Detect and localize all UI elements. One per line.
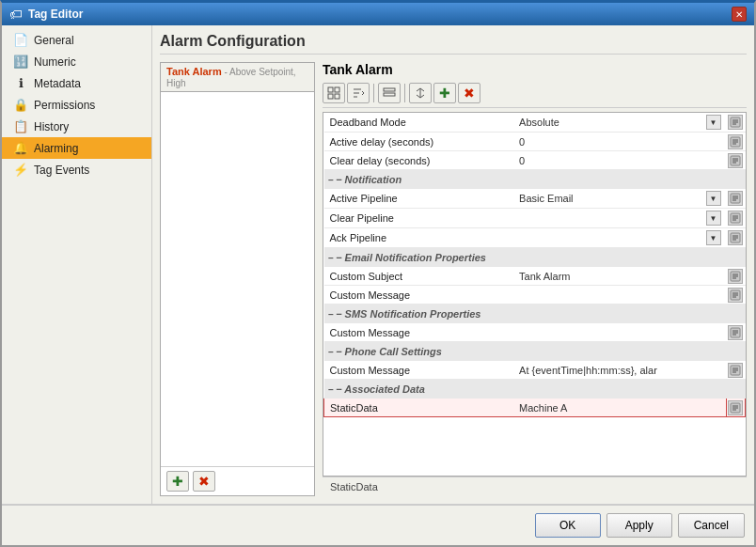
script-btn-cell <box>727 133 746 151</box>
window-icon: 🏷 <box>9 7 23 22</box>
alarm-list-header: Tank Alarm - Above Setpoint, High <box>161 63 314 92</box>
table-row[interactable]: Clear delay (seconds)0 <box>324 151 746 170</box>
toolbar: ✚ ✖ <box>323 83 747 108</box>
script-button[interactable] <box>728 325 743 340</box>
alarm-list-body <box>161 92 314 466</box>
table-row[interactable]: Active PipelineBasic Email▼ <box>324 189 746 209</box>
prop-value-cell: At {eventTime|hh:mm:ss}, alar <box>513 361 726 380</box>
remove-property-button[interactable]: ✖ <box>458 83 480 103</box>
card-view-button[interactable] <box>378 83 401 103</box>
section-row: − Email Notification Properties <box>324 248 746 267</box>
prop-value-cell: 0 <box>513 151 726 170</box>
add-property-button[interactable]: ✚ <box>433 83 456 103</box>
table-row[interactable]: StaticDataMachine A <box>324 399 746 417</box>
sidebar-item-history[interactable]: 📋 History <box>2 116 151 137</box>
inner-content: Tank Alarm - Above Setpoint, High ✚ ✖ Ta… <box>160 62 747 496</box>
sidebar-item-metadata[interactable]: ℹ Metadata <box>2 72 151 94</box>
prop-name-cell: Deadband Mode <box>324 113 514 133</box>
script-btn-cell <box>727 399 746 417</box>
script-button[interactable] <box>728 153 743 168</box>
script-button[interactable] <box>728 191 743 206</box>
prop-value-cell: Basic Email▼ <box>513 189 726 209</box>
toolbar-sep-1 <box>373 84 374 102</box>
table-row[interactable]: Custom Message <box>324 286 746 305</box>
property-table[interactable]: Deadband ModeAbsolute▼Active delay (seco… <box>323 112 747 477</box>
window-title: Tag Editor <box>28 8 83 21</box>
script-button[interactable] <box>728 211 743 226</box>
table-row[interactable]: Ack Pipeline▼ <box>324 228 746 248</box>
config-panel: Tank Alarm <box>323 62 747 496</box>
section-row: − Phone Call Settings <box>324 342 746 361</box>
section-row: − SMS Notification Properties <box>324 305 746 323</box>
cancel-button[interactable]: Cancel <box>678 513 745 538</box>
sidebar: 📄 General 🔢 Numeric ℹ Metadata 🔒 Permiss… <box>2 25 152 504</box>
add-alarm-button[interactable]: ✚ <box>166 471 189 492</box>
prop-name-cell: Ack Pipeline <box>324 228 514 248</box>
script-button[interactable] <box>728 363 743 378</box>
script-btn-cell <box>727 323 746 342</box>
alarming-icon: 🔔 <box>13 141 28 155</box>
move-button[interactable] <box>409 83 432 103</box>
script-btn-cell <box>727 189 746 209</box>
sidebar-item-alarming[interactable]: 🔔 Alarming <box>2 137 151 159</box>
table-row[interactable]: Custom MessageAt {eventTime|hh:mm:ss}, a… <box>324 361 746 380</box>
apply-button[interactable]: Apply <box>606 513 672 538</box>
main-window: 🏷 Tag Editor ✕ 📄 General 🔢 Numeric ℹ Met… <box>0 0 756 547</box>
script-button[interactable] <box>728 269 743 284</box>
cell-with-dropdown: ▼ <box>519 211 720 226</box>
script-button[interactable] <box>728 134 743 149</box>
script-btn-cell <box>727 151 746 170</box>
prop-value-text: Basic Email <box>519 193 573 204</box>
sort-button[interactable] <box>347 83 370 103</box>
svg-rect-0 <box>328 87 333 92</box>
close-button[interactable]: ✕ <box>732 7 747 22</box>
dropdown-button[interactable]: ▼ <box>706 191 721 206</box>
table-row[interactable]: Clear Pipeline▼ <box>324 209 746 228</box>
sidebar-label-numeric: Numeric <box>34 55 76 69</box>
script-button[interactable] <box>728 288 743 303</box>
history-icon: 📋 <box>13 119 28 133</box>
general-icon: 📄 <box>13 33 28 47</box>
prop-value-cell: ▼ <box>513 228 726 248</box>
alarm-list-footer: ✚ ✖ <box>161 466 314 495</box>
table-row[interactable]: Custom SubjectTank Alarm <box>324 267 746 286</box>
sidebar-item-numeric[interactable]: 🔢 Numeric <box>2 51 151 72</box>
script-button[interactable] <box>728 400 743 415</box>
section-row: − Notification <box>324 170 746 189</box>
sidebar-item-general[interactable]: 📄 General <box>2 29 151 51</box>
dropdown-button[interactable]: ▼ <box>706 211 721 226</box>
cell-with-dropdown: ▼ <box>519 230 720 245</box>
prop-value-cell: 0 <box>513 133 726 151</box>
sidebar-item-permissions[interactable]: 🔒 Permissions <box>2 94 151 116</box>
table-row[interactable]: Active delay (seconds)0 <box>324 133 746 151</box>
sidebar-label-metadata: Metadata <box>34 77 81 90</box>
grid-view-button[interactable] <box>323 83 345 103</box>
script-button[interactable] <box>728 115 743 130</box>
sidebar-label-history: History <box>34 120 69 133</box>
prop-name-cell: Custom Message <box>324 361 514 380</box>
sidebar-label-alarming: Alarming <box>34 142 78 155</box>
content-area: 📄 General 🔢 Numeric ℹ Metadata 🔒 Permiss… <box>2 25 754 504</box>
script-btn-cell <box>727 209 746 228</box>
main-panel: Alarm Configuration Tank Alarm - Above S… <box>152 25 754 504</box>
table-row[interactable]: Custom Message <box>324 323 746 342</box>
prop-value-cell: Tank Alarm <box>513 267 726 286</box>
prop-name-cell: Active delay (seconds) <box>324 133 514 151</box>
metadata-icon: ℹ <box>13 76 28 90</box>
dropdown-button[interactable]: ▼ <box>706 230 721 245</box>
prop-value-cell: Machine A <box>513 399 726 417</box>
svg-rect-1 <box>335 87 339 92</box>
dropdown-button[interactable]: ▼ <box>706 115 721 130</box>
script-button[interactable] <box>728 230 743 245</box>
prop-name-cell: Custom Subject <box>324 267 514 286</box>
svg-rect-3 <box>335 94 339 99</box>
sidebar-label-tagevents: Tag Events <box>34 164 89 177</box>
prop-name-cell: Active Pipeline <box>324 189 514 209</box>
prop-value-cell: Absolute▼ <box>513 113 726 133</box>
prop-name-cell: Custom Message <box>324 286 514 305</box>
table-row[interactable]: Deadband ModeAbsolute▼ <box>324 113 746 133</box>
ok-button[interactable]: OK <box>535 513 601 538</box>
sidebar-item-tagevents[interactable]: ⚡ Tag Events <box>2 159 151 180</box>
remove-alarm-button[interactable]: ✖ <box>193 471 215 492</box>
script-btn-cell <box>727 361 746 380</box>
